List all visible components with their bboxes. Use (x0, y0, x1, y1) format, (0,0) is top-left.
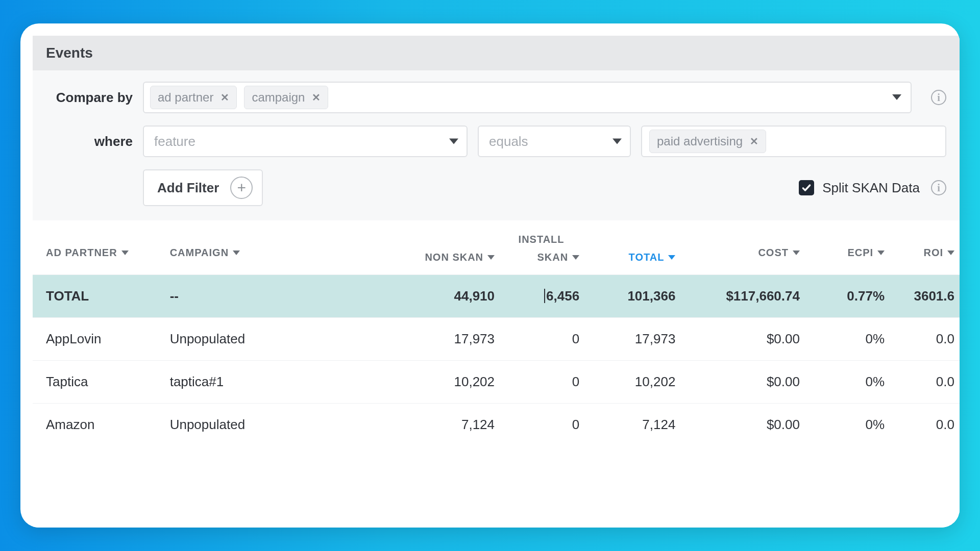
info-icon[interactable]: i (931, 180, 946, 195)
cell-skan: 0 (502, 404, 586, 446)
table-row[interactable]: AppLovinUnpopulated17,973017,973$0.000%0… (33, 318, 960, 361)
cell-skan: 0 (502, 361, 586, 404)
col-label: ECPI (847, 247, 873, 259)
col-campaign[interactable]: CAMPAIGN (170, 247, 240, 259)
cell-ad-partner: Amazon (33, 404, 163, 446)
panel-title: Events (33, 36, 960, 70)
chip-label: paid advertising (657, 134, 743, 148)
col-label: AD PARTNER (46, 247, 117, 259)
cell-roi: 0.0 (892, 361, 960, 404)
cell-non-skan: 44,910 (400, 275, 502, 318)
cell-skan: 0 (502, 318, 586, 361)
info-icon[interactable]: i (931, 90, 946, 105)
table-body: TOTAL--44,9106,456101,366$117,660.740.77… (33, 275, 960, 446)
chevron-down-icon (572, 255, 579, 260)
cell-ad-partner: AppLovin (33, 318, 163, 361)
where-row: where feature equals paid advertising ✕ (46, 126, 946, 157)
table-row[interactable]: AmazonUnpopulated7,12407,124$0.000%0.0 (33, 404, 960, 446)
chevron-down-icon[interactable] (892, 93, 901, 102)
chevron-down-icon (877, 251, 885, 255)
checkbox-checked-icon[interactable] (799, 180, 814, 195)
col-label: COST (758, 247, 789, 259)
cell-ad-partner: Taptica (33, 361, 163, 404)
col-cost[interactable]: COST (758, 247, 800, 259)
cell-campaign: Unpopulated (163, 404, 400, 446)
compare-row: Compare by ad partner ✕ campaign ✕ i (46, 82, 946, 113)
cell-roi: 3601.6 (892, 275, 960, 318)
cell-cost: $0.00 (682, 318, 807, 361)
where-operator-select[interactable]: equals (478, 126, 631, 157)
cell-campaign: -- (163, 275, 400, 318)
col-label: SKAN (537, 252, 568, 263)
col-label: NON SKAN (425, 252, 483, 263)
results-table: AD PARTNER CAMPAIGN INSTALL COST ECPI RO… (33, 220, 960, 446)
chevron-down-icon (947, 251, 954, 255)
table-row[interactable]: Tapticataptica#110,202010,202$0.000%0.0 (33, 361, 960, 404)
col-label: TOTAL (629, 252, 665, 263)
add-filter-button[interactable]: Add Filter + (143, 169, 263, 206)
cell-campaign: taptica#1 (163, 361, 400, 404)
results-table-wrap: AD PARTNER CAMPAIGN INSTALL COST ECPI RO… (33, 220, 960, 528)
col-ad-partner[interactable]: AD PARTNER (46, 247, 129, 259)
col-label: INSTALL (519, 234, 565, 245)
col-non-skan[interactable]: NON SKAN (425, 252, 495, 263)
chevron-down-icon (233, 251, 240, 255)
cell-ad-partner: TOTAL (33, 275, 163, 318)
cell-total: 101,366 (586, 275, 682, 318)
filters-area: Compare by ad partner ✕ campaign ✕ i whe… (33, 70, 960, 211)
chevron-down-icon (121, 251, 129, 255)
col-roi[interactable]: ROI (923, 247, 954, 259)
compare-multiselect[interactable]: ad partner ✕ campaign ✕ (143, 82, 912, 113)
cell-non-skan: 7,124 (400, 404, 502, 446)
cell-total: 17,973 (586, 318, 682, 361)
where-value-input[interactable]: paid advertising ✕ (641, 126, 946, 157)
col-ecpi[interactable]: ECPI (847, 247, 885, 259)
where-label: where (46, 134, 133, 149)
cell-ecpi: 0% (807, 318, 892, 361)
cell-cost: $0.00 (682, 404, 807, 446)
cell-non-skan: 10,202 (400, 361, 502, 404)
compare-chip-campaign[interactable]: campaign ✕ (244, 86, 328, 109)
cell-cost: $0.00 (682, 361, 807, 404)
cell-ecpi: 0% (807, 361, 892, 404)
cell-non-skan: 17,973 (400, 318, 502, 361)
cell-roi: 0.0 (892, 318, 960, 361)
where-feature-select[interactable]: feature (143, 126, 468, 157)
cell-skan: 6,456 (502, 275, 586, 318)
close-icon[interactable]: ✕ (220, 92, 229, 103)
chip-label: ad partner (158, 90, 213, 105)
where-value-chip[interactable]: paid advertising ✕ (649, 130, 766, 153)
cell-campaign: Unpopulated (163, 318, 400, 361)
col-skan[interactable]: SKAN (537, 252, 579, 263)
close-icon[interactable]: ✕ (750, 136, 758, 146)
compare-label: Compare by (46, 90, 133, 106)
cell-total: 10,202 (586, 361, 682, 404)
plus-icon: + (230, 177, 253, 199)
cell-ecpi: 0.77% (807, 275, 892, 318)
cell-total: 7,124 (586, 404, 682, 446)
table-header: AD PARTNER CAMPAIGN INSTALL COST ECPI RO… (33, 220, 960, 275)
split-skan-label: Split SKAN Data (822, 180, 920, 196)
cell-roi: 0.0 (892, 404, 960, 446)
table-row[interactable]: TOTAL--44,9106,456101,366$117,660.740.77… (33, 275, 960, 318)
close-icon[interactable]: ✕ (312, 92, 321, 103)
events-panel: Events Compare by ad partner ✕ campaign … (33, 36, 960, 528)
chevron-down-icon (487, 255, 495, 260)
chevron-down-icon (449, 139, 458, 144)
app-card: Events Compare by ad partner ✕ campaign … (20, 23, 960, 528)
col-label: CAMPAIGN (170, 247, 229, 259)
col-label: ROI (923, 247, 943, 259)
split-skan-toggle[interactable]: Split SKAN Data i (799, 180, 946, 196)
text-cursor-icon (544, 289, 545, 303)
compare-chip-ad-partner[interactable]: ad partner ✕ (150, 86, 237, 109)
chevron-down-icon (793, 251, 800, 255)
cell-cost: $117,660.74 (682, 275, 807, 318)
chip-label: campaign (252, 90, 305, 105)
add-filter-label: Add Filter (157, 180, 219, 196)
chevron-down-icon (668, 255, 675, 260)
cell-ecpi: 0% (807, 404, 892, 446)
chevron-down-icon (612, 139, 622, 144)
col-total[interactable]: TOTAL (629, 252, 676, 263)
col-group-install: INSTALL (400, 220, 683, 248)
select-placeholder: feature (154, 134, 195, 149)
